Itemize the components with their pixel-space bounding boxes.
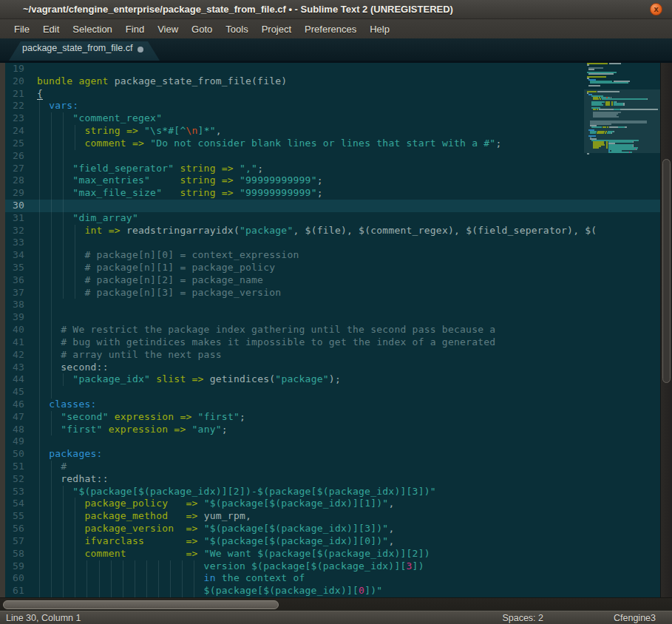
status-indent-setting[interactable]: Spaces: 2	[502, 613, 543, 623]
code-line[interactable]: 19	[5, 63, 660, 75]
code-line[interactable]: 51 #	[5, 461, 660, 473]
line-number: 61	[5, 585, 24, 597]
code-line[interactable]: 31 "dim_array"	[5, 212, 660, 225]
code-line[interactable]: 56 package_version => "$(package[$(packa…	[5, 523, 660, 535]
status-syntax-mode[interactable]: Cfengine3	[614, 613, 656, 623]
menu-item-selection[interactable]: Selection	[66, 21, 118, 37]
editor-pane[interactable]: 1920bundle agent package_state_from_file…	[0, 63, 672, 597]
code-line[interactable]: 27 "field_seperator" string => ",";	[5, 163, 660, 175]
code-line[interactable]: 37 # package[n][3] = package_version	[5, 287, 660, 299]
code-line[interactable]: 60 in the context of	[5, 572, 660, 585]
code-line[interactable]: 29 "max_file_size" string => "9999999999…	[5, 187, 660, 200]
code-line[interactable]: 35 # package[n][1] = package_policy	[5, 262, 660, 274]
code-line[interactable]: 39	[5, 311, 660, 324]
code-line[interactable]: 36 # package[n][2] = package_name	[5, 274, 660, 287]
code-line[interactable]: 25 comment => "Do not consider blank lin…	[5, 138, 660, 150]
code-line[interactable]: 42 # array until the next pass	[5, 349, 660, 362]
code-line[interactable]: 44 "package_idx" slist => getindices("pa…	[5, 373, 660, 386]
code-line[interactable]: 43 second::	[5, 362, 660, 374]
code-line[interactable]: 45	[5, 386, 660, 399]
minimap-line	[590, 82, 628, 83]
code-line[interactable]: 55 package_method => yum_rpm,	[5, 510, 660, 523]
code-line[interactable]: 53 "$(package[$(package_idx)][2])-$(pack…	[5, 486, 660, 498]
indent-guide	[39, 399, 40, 411]
indent-guide	[39, 163, 40, 175]
menu-item-tools[interactable]: Tools	[219, 21, 254, 37]
code-line[interactable]: 46 classes:	[5, 399, 660, 411]
line-number: 29	[5, 187, 24, 200]
indent-guide	[51, 349, 52, 362]
code-line[interactable]: 40 # We restrict the package index gathe…	[5, 324, 660, 336]
code-line[interactable]: 61 $(package[$(package_idx)][0])"	[5, 585, 660, 597]
code-line[interactable]: 20bundle agent package_state_from_file(f…	[5, 75, 660, 88]
line-number: 53	[5, 486, 24, 498]
code-line[interactable]: 34 # package[n][0] = context_expression	[5, 249, 660, 262]
code-line[interactable]: 33	[5, 237, 660, 249]
menu-item-file[interactable]: File	[7, 21, 36, 37]
code-line[interactable]: 28 "max_entries" string => "99999999999"…	[5, 174, 660, 187]
code-line[interactable]: 41 # bug with getindices makes it imposs…	[5, 336, 660, 349]
indent-guide	[51, 548, 52, 560]
menu-item-help[interactable]: Help	[363, 21, 396, 37]
horizontal-scrollbar-thumb[interactable]	[3, 600, 279, 609]
indent-guide	[51, 362, 52, 374]
code-line[interactable]: 58 comment => "We want $(package[$(packa…	[5, 548, 660, 560]
code-area[interactable]: 1920bundle agent package_state_from_file…	[5, 63, 660, 597]
line-number: 59	[5, 560, 24, 573]
minimap-line	[597, 132, 605, 133]
indent-guide	[51, 498, 52, 510]
minimap[interactable]	[584, 63, 660, 285]
line-number: 26	[5, 150, 24, 163]
indent-guide	[182, 560, 183, 573]
code-line[interactable]: 24 string => "\s*#[^\n]*",	[5, 125, 660, 138]
indent-guide	[39, 187, 40, 200]
code-line[interactable]: 38	[5, 299, 660, 311]
indent-guide	[194, 585, 194, 597]
line-number: 19	[5, 63, 24, 75]
code-line[interactable]: 50 packages:	[5, 448, 660, 461]
indent-guide	[123, 572, 123, 585]
menu-item-edit[interactable]: Edit	[36, 21, 66, 37]
indent-guide	[63, 373, 64, 386]
menu-item-find[interactable]: Find	[119, 21, 151, 37]
horizontal-scrollbar[interactable]	[0, 597, 672, 611]
code-text: "package_idx" slist => getindices("packa…	[24, 373, 341, 386]
line-number: 28	[5, 174, 24, 187]
indent-guide	[75, 585, 75, 597]
indent-guide	[51, 163, 52, 175]
indent-guide	[158, 560, 159, 573]
vertical-scrollbar-thumb[interactable]	[662, 159, 671, 383]
code-line-current[interactable]: 30	[5, 200, 660, 212]
code-line[interactable]: 22 vars:	[5, 100, 660, 112]
indent-guide	[63, 262, 64, 274]
code-line[interactable]: 54 package_policy => "$(package[$(packag…	[5, 498, 660, 510]
menu-item-project[interactable]: Project	[255, 21, 298, 37]
vertical-scrollbar[interactable]	[660, 63, 672, 597]
tab-label[interactable]: package_state_from_file.cf	[22, 43, 132, 53]
code-line[interactable]: 48 "first" expression => "any";	[5, 424, 660, 436]
indent-guide	[170, 560, 171, 573]
indent-guide	[39, 324, 40, 336]
indent-guide	[182, 585, 183, 597]
code-line[interactable]: 49	[5, 435, 660, 448]
code-line[interactable]: 21{	[5, 88, 660, 101]
menu-item-view[interactable]: View	[151, 21, 185, 37]
minimap-line	[591, 104, 603, 105]
code-line[interactable]: 47 "second" expression => "first";	[5, 411, 660, 424]
indent-guide	[39, 473, 40, 486]
close-button[interactable]: x	[650, 3, 662, 16]
menu-item-goto[interactable]: Goto	[185, 21, 219, 37]
line-number: 32	[5, 225, 24, 237]
code-line[interactable]: 32 int => readstringarrayidx("package", …	[5, 225, 660, 237]
line-number: 48	[5, 424, 24, 436]
code-text: # package[n][2] = package_name	[24, 274, 263, 287]
code-line[interactable]: 57 ifvarclass => "$(package[$(package_id…	[5, 535, 660, 548]
code-line[interactable]: 26	[5, 150, 660, 163]
indent-guide	[158, 585, 159, 597]
code-line[interactable]: 52 redhat::	[5, 473, 660, 486]
minimap-line	[588, 69, 594, 69]
code-line[interactable]: 59 version $(package[$(package_idx)][3])	[5, 560, 660, 573]
menu-item-preferences[interactable]: Preferences	[298, 21, 363, 37]
code-line[interactable]: 23 "comment_regex"	[5, 112, 660, 125]
line-number: 45	[5, 386, 24, 399]
